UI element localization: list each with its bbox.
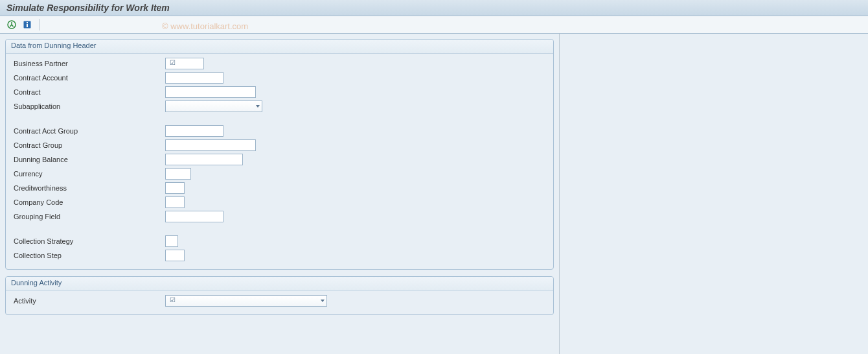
company-code-field[interactable] [165,196,185,208]
label-collection-step: Collection Step [11,252,160,259]
group-header: Dunning Activity [6,277,553,291]
label-contract-group: Contract Group [11,141,160,149]
page-title: Simulate Responsibility for Work Item [6,3,170,13]
contract-acct-group-field[interactable] [165,125,223,137]
row-contract-group: Contract Group [11,138,548,152]
contract-group-field[interactable] [165,139,256,151]
row-business-partner: Business Partner ☑ [11,56,548,71]
creditworthiness-field[interactable] [165,182,185,194]
row-subapplication: Subapplication [11,99,548,113]
label-currency: Currency [11,170,160,178]
info-button[interactable] [21,18,34,31]
group-header: Data from Dunning Header [6,40,553,54]
dunning-header-group: Data from Dunning Header Business Partne… [5,39,554,270]
label-business-partner: Business Partner [11,60,160,67]
row-contract-acct-group: Contract Acct Group [11,124,548,138]
contract-field[interactable] [165,86,256,98]
execute-icon [7,20,16,29]
label-grouping-field: Grouping Field [11,213,160,220]
svg-rect-3 [27,24,28,27]
label-contract-account: Contract Account [11,74,160,82]
dunning-balance-field[interactable] [165,154,243,165]
page-title-bar: Simulate Responsibility for Work Item [0,0,868,16]
group-rows: Activity ☑ [6,291,553,311]
row-company-code: Company Code [11,195,548,209]
content-panel: Data from Dunning Header Business Partne… [0,34,560,354]
label-subapplication: Subapplication [11,102,160,110]
dunning-activity-group: Dunning Activity Activity ☑ [5,276,554,315]
label-contract: Contract [11,88,160,96]
label-collection-strategy: Collection Strategy [11,237,160,245]
execute-button[interactable] [5,18,18,31]
spacer [11,224,548,234]
grouping-field-input[interactable] [165,211,223,222]
toolbar: © www.tutorialkart.com [0,16,868,34]
svg-rect-2 [27,22,28,23]
main-area: Data from Dunning Header Business Partne… [0,34,868,354]
group-rows: Business Partner ☑ Contract Account [6,54,553,265]
watermark: © www.tutorialkart.com [162,21,248,31]
row-collection-step: Collection Step [11,248,548,263]
toolbar-separator [39,19,40,30]
row-contract: Contract [11,85,548,99]
row-grouping-field: Grouping Field [11,209,548,224]
row-creditworthiness: Creditworthiness [11,181,548,195]
spacer [11,113,548,124]
collection-step-field[interactable] [165,250,185,261]
row-activity: Activity ☑ [11,294,548,308]
row-currency: Currency [11,167,548,181]
business-partner-field[interactable] [165,58,204,69]
row-contract-account: Contract Account [11,71,548,85]
row-dunning-balance: Dunning Balance [11,152,548,167]
subapplication-select[interactable] [165,100,262,112]
label-dunning-balance: Dunning Balance [11,156,160,163]
label-company-code: Company Code [11,198,160,206]
row-collection-strategy: Collection Strategy [11,234,548,248]
label-activity: Activity [11,297,160,305]
info-icon [23,20,32,29]
contract-account-field[interactable] [165,72,223,84]
currency-field[interactable] [165,168,191,180]
empty-side-panel [560,34,868,354]
collection-strategy-field[interactable] [165,235,178,247]
activity-select[interactable] [165,295,327,307]
label-contract-acct-group: Contract Acct Group [11,127,160,135]
label-creditworthiness: Creditworthiness [11,184,160,192]
